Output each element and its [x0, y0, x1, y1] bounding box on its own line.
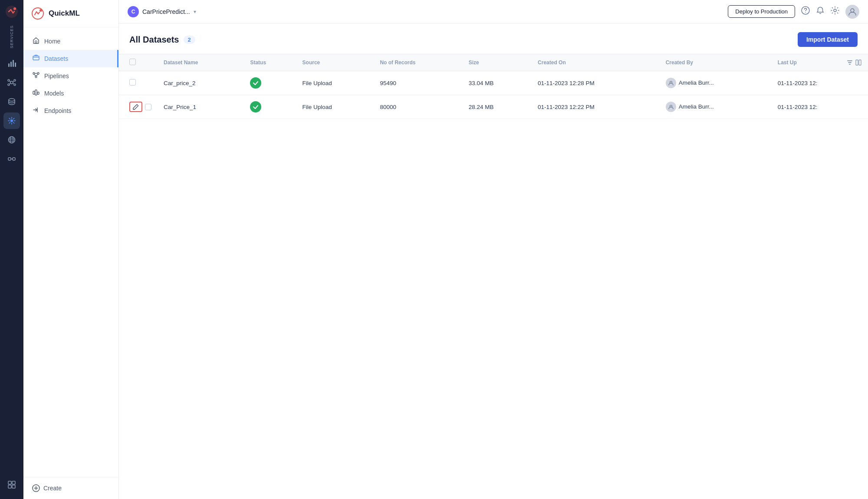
settings-icon[interactable] — [831, 6, 839, 17]
col-records: No of Records — [374, 54, 462, 71]
service-icon-data[interactable] — [3, 93, 20, 110]
dataset-source-cell: File Upload — [296, 95, 374, 119]
sidebar: QuickML Home Datasets Pipelines Models — [23, 0, 119, 499]
sidebar-brand-title: QuickML — [49, 9, 80, 18]
service-icon-globe[interactable] — [3, 132, 20, 148]
sidebar-item-models[interactable]: Models — [23, 85, 118, 102]
services-label: Services — [10, 25, 14, 48]
columns-icon[interactable] — [855, 59, 862, 66]
dataset-size-cell: 28.24 MB — [463, 95, 532, 119]
main-content: All Datasets 2 Import Dataset Dataset Na… — [119, 23, 868, 499]
home-icon — [32, 37, 40, 46]
dataset-records-cell: 80000 — [374, 95, 462, 119]
page-title-row: All Datasets 2 — [129, 35, 195, 45]
topbar-left: C CarPricePredict... ▾ — [128, 6, 196, 17]
svg-line-14 — [13, 83, 14, 84]
creator-name: Amelia Burr... — [679, 79, 714, 86]
deploy-to-production-button[interactable]: Deploy to Production — [728, 5, 795, 18]
service-icon-network[interactable] — [3, 74, 20, 91]
dataset-source-cell: File Upload — [296, 71, 374, 95]
dataset-count-badge: 2 — [184, 36, 195, 44]
dataset-records-cell: 95490 — [374, 71, 462, 95]
app-logo-area — [0, 0, 23, 23]
import-dataset-button[interactable]: Import Dataset — [798, 32, 858, 47]
dataset-created-on-cell: 01-11-2023 12:28 PM — [532, 71, 660, 95]
project-badge: C — [128, 6, 139, 17]
creator-name: Amelia Burr... — [679, 103, 714, 110]
create-label: Create — [43, 485, 62, 492]
svg-point-49 — [834, 9, 836, 12]
datasets-label: Datasets — [44, 55, 68, 62]
sidebar-item-home[interactable]: Home — [23, 33, 118, 50]
sidebar-item-datasets[interactable]: Datasets — [23, 50, 118, 67]
models-label: Models — [44, 90, 64, 97]
dataset-status-cell — [244, 71, 296, 95]
table-row: Car_price_2File Upload9549033.04 MB01-11… — [119, 71, 868, 95]
svg-line-39 — [36, 74, 38, 76]
select-all-checkbox[interactable] — [129, 59, 136, 65]
creator-avatar — [666, 102, 676, 112]
user-avatar[interactable] — [845, 5, 859, 19]
svg-line-38 — [34, 74, 36, 76]
svg-point-48 — [805, 12, 806, 13]
svg-line-12 — [13, 81, 14, 82]
creator-avatar — [666, 78, 676, 88]
topbar: C CarPricePredict... ▾ Deploy to Product… — [119, 0, 868, 23]
svg-point-10 — [14, 84, 16, 86]
svg-rect-53 — [849, 64, 851, 65]
svg-rect-54 — [856, 60, 858, 65]
service-icon-grid[interactable] — [3, 476, 20, 493]
plus-circle-icon — [32, 484, 40, 492]
svg-rect-40 — [33, 91, 35, 94]
dataset-size-cell: 33.04 MB — [463, 71, 532, 95]
col-source: Source — [296, 54, 374, 71]
table-header-row: Dataset Name Status Source No of Records… — [119, 54, 868, 71]
endpoints-label: Endpoints — [44, 107, 71, 114]
pipelines-label: Pipelines — [44, 73, 69, 79]
services-bottom-icons — [3, 476, 20, 499]
content-header: All Datasets 2 Import Dataset — [119, 23, 868, 54]
dataset-name-cell: Car_Price_1 — [158, 95, 244, 119]
edit-pencil-button[interactable] — [129, 102, 142, 112]
svg-rect-51 — [847, 60, 852, 61]
quickml-logo-icon — [31, 7, 44, 20]
page-title: All Datasets — [129, 35, 179, 45]
service-icon-integration[interactable] — [3, 151, 20, 167]
home-label: Home — [44, 38, 60, 45]
sidebar-item-pipelines[interactable]: Pipelines — [23, 67, 118, 85]
service-icons-list — [3, 53, 20, 476]
bell-icon[interactable] — [816, 6, 825, 17]
col-created-by: Created By — [660, 54, 772, 71]
datasets-table: Dataset Name Status Source No of Records… — [119, 54, 868, 119]
services-strip: Services — [0, 0, 23, 499]
help-icon[interactable] — [801, 6, 810, 17]
col-size: Size — [463, 54, 532, 71]
sidebar-item-endpoints[interactable]: Endpoints — [23, 102, 118, 119]
create-button[interactable]: Create — [32, 484, 110, 492]
pipelines-icon — [32, 72, 40, 80]
svg-point-9 — [8, 84, 10, 86]
filter-icon[interactable] — [846, 59, 853, 66]
status-active-icon — [250, 77, 261, 89]
svg-rect-31 — [35, 41, 37, 43]
svg-point-35 — [37, 73, 39, 74]
svg-point-1 — [13, 7, 16, 10]
svg-rect-27 — [8, 485, 11, 488]
row-select-checkbox[interactable] — [145, 104, 151, 110]
table-row: Car_Price_1File Upload8000028.24 MB01-11… — [119, 95, 868, 119]
dataset-created-by-cell: Amelia Burr... — [660, 71, 772, 95]
svg-rect-5 — [15, 63, 16, 67]
col-status: Status — [244, 54, 296, 71]
endpoints-icon — [32, 106, 40, 115]
svg-point-30 — [39, 9, 42, 12]
dataset-created-by-cell: Amelia Burr... — [660, 95, 772, 119]
svg-rect-52 — [848, 62, 852, 63]
service-icon-analytics[interactable] — [3, 55, 20, 72]
row-select-checkbox[interactable] — [129, 79, 136, 86]
svg-point-50 — [851, 9, 854, 12]
row-checkbox-cell — [119, 71, 158, 95]
svg-rect-4 — [13, 60, 14, 67]
sidebar-footer: Create — [23, 477, 118, 499]
project-dropdown-icon[interactable]: ▾ — [194, 9, 196, 15]
service-icon-ml[interactable] — [3, 112, 20, 129]
